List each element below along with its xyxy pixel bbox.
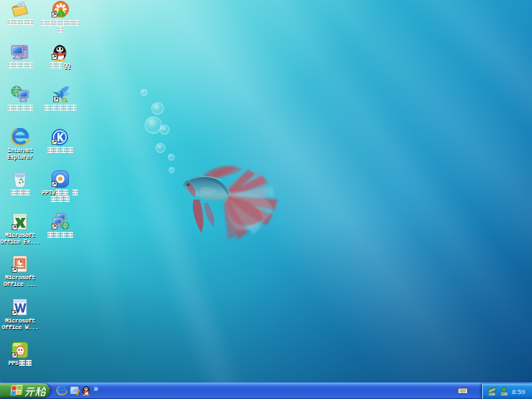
svg-text:»: » (94, 384, 99, 393)
